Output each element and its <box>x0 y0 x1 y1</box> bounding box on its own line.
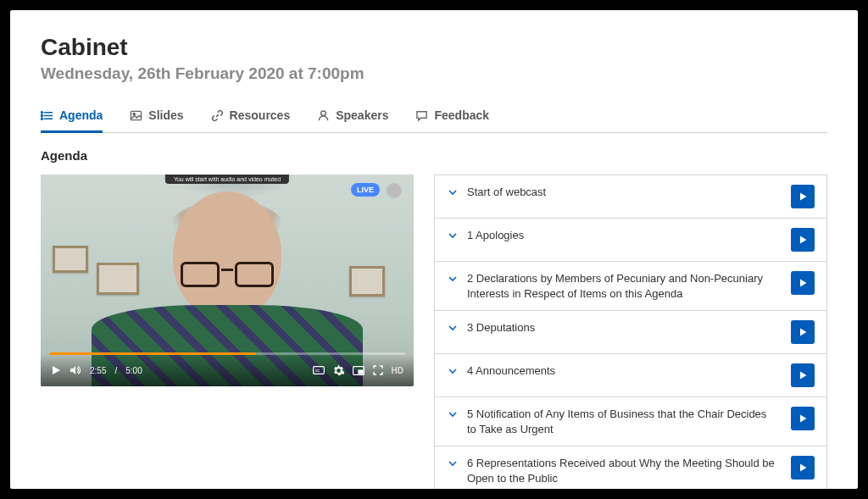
progress-bar[interactable] <box>49 352 405 355</box>
tab-label: Speakers <box>336 108 388 122</box>
agenda-item[interactable]: 5 Notification of Any Items of Business … <box>434 396 827 446</box>
tab-feedback[interactable]: Feedback <box>415 103 489 133</box>
svg-point-8 <box>321 110 326 115</box>
svg-marker-19 <box>800 372 807 380</box>
image-icon <box>130 109 142 122</box>
agenda-item[interactable]: 1 Apologies <box>434 218 827 262</box>
agenda-play-button[interactable] <box>791 185 815 208</box>
svg-point-4 <box>41 114 42 116</box>
agenda-play-button[interactable] <box>791 320 815 344</box>
person-glasses <box>181 262 274 287</box>
svg-text:cc: cc <box>315 368 320 373</box>
agenda-item[interactable]: 6 Representations Received about Why the… <box>434 446 827 489</box>
video-player[interactable]: You will start with audio and video mute… <box>41 175 414 386</box>
svg-point-7 <box>133 113 135 114</box>
agenda-item[interactable]: 2 Declarations by Members of Pecuniary a… <box>434 261 827 311</box>
wall-picture <box>53 246 88 273</box>
agenda-item[interactable]: Start of webcast <box>434 175 827 219</box>
mute-icon[interactable] <box>387 183 402 198</box>
agenda-item[interactable]: 4 Announcements <box>434 353 827 397</box>
agenda-item[interactable]: 3 Deputations <box>434 310 827 354</box>
page-title: Cabinet <box>41 34 827 61</box>
chat-icon <box>415 109 428 122</box>
svg-marker-18 <box>800 329 807 336</box>
agenda-item-label: 1 Apologies <box>467 228 782 243</box>
time-current: 2:55 <box>90 366 106 375</box>
agenda-item-label: 5 Notification of Any Items of Business … <box>467 407 782 436</box>
agenda-play-button[interactable] <box>791 456 815 480</box>
link-icon <box>211 109 224 122</box>
agenda-play-button[interactable] <box>791 271 815 295</box>
tab-agenda[interactable]: Agenda <box>41 103 103 133</box>
svg-rect-14 <box>359 370 363 374</box>
tabs-bar: Agenda Slides Resources Speakers Feedbac… <box>41 103 827 133</box>
wall-picture <box>97 263 139 295</box>
hd-label: HD <box>392 366 403 375</box>
chevron-down-icon <box>447 230 459 241</box>
wall-picture <box>349 266 385 297</box>
svg-point-3 <box>41 111 42 113</box>
video-controls: 2:55 / 5:00 cc HD <box>41 354 414 386</box>
agenda-item-label: 4 Announcements <box>467 363 782 379</box>
agenda-play-button[interactable] <box>791 228 815 252</box>
agenda-item-label: 2 Declarations by Members of Pecuniary a… <box>467 271 782 301</box>
progress-fill <box>49 352 256 355</box>
chevron-down-icon <box>447 457 459 469</box>
agenda-item-label: 3 Deputations <box>467 320 782 335</box>
tab-label: Slides <box>148 108 183 122</box>
svg-marker-20 <box>800 415 807 423</box>
tab-label: Agenda <box>59 108 103 122</box>
svg-marker-9 <box>53 366 60 374</box>
video-column: You will start with audio and video mute… <box>41 175 414 386</box>
svg-marker-10 <box>70 366 75 374</box>
agenda-list: Start of webcast1 Apologies2 Declaration… <box>434 175 827 489</box>
chevron-down-icon <box>447 408 459 420</box>
agenda-play-button[interactable] <box>791 363 815 387</box>
live-badge: LIVE <box>351 183 380 197</box>
app-frame: Cabinet Wednesday, 26th February 2020 at… <box>10 10 858 489</box>
tab-slides[interactable]: Slides <box>130 103 183 133</box>
svg-marker-15 <box>800 193 807 201</box>
agenda-item-label: 6 Representations Received about Why the… <box>467 456 782 485</box>
person-icon <box>317 109 330 122</box>
fullscreen-button[interactable] <box>373 365 383 375</box>
time-separator: / <box>114 366 117 375</box>
section-title: Agenda <box>41 148 827 163</box>
agenda-play-button[interactable] <box>791 407 815 430</box>
captions-button[interactable]: cc <box>313 366 325 374</box>
content-row: You will start with audio and video mute… <box>41 175 827 489</box>
svg-marker-21 <box>800 464 807 472</box>
volume-button[interactable] <box>70 365 81 375</box>
person-head <box>173 191 281 319</box>
play-pause-button[interactable] <box>51 365 61 375</box>
pip-button[interactable] <box>353 366 364 375</box>
tab-label: Feedback <box>434 108 489 122</box>
tab-label: Resources <box>230 108 291 122</box>
chevron-down-icon <box>447 322 459 334</box>
settings-button[interactable] <box>333 365 344 376</box>
tab-resources[interactable]: Resources <box>211 103 291 133</box>
tab-speakers[interactable]: Speakers <box>317 103 388 133</box>
agenda-item-label: Start of webcast <box>467 185 782 200</box>
list-icon <box>41 109 53 122</box>
svg-marker-16 <box>800 236 807 244</box>
chevron-down-icon <box>447 186 459 198</box>
chevron-down-icon <box>447 273 459 285</box>
time-total: 5:00 <box>125 366 142 375</box>
svg-point-5 <box>41 118 42 119</box>
svg-marker-17 <box>800 280 807 287</box>
page-subtitle: Wednesday, 26th February 2020 at 7:00pm <box>41 64 827 83</box>
chevron-down-icon <box>447 365 459 377</box>
video-tooltip: You will start with audio and video mute… <box>165 175 289 184</box>
